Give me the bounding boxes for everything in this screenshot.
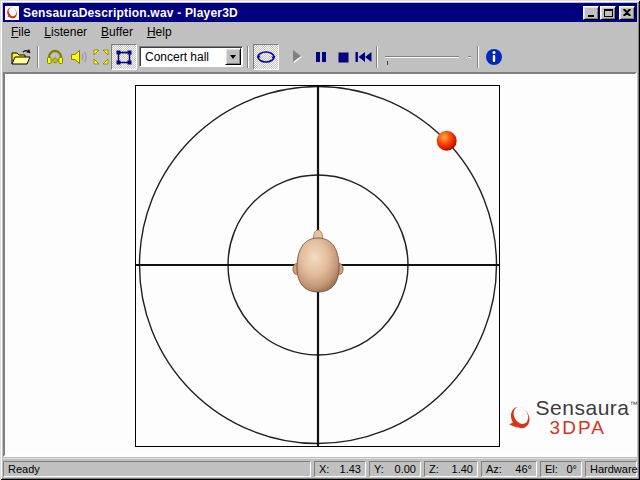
menu-item-listener[interactable]: Listener xyxy=(37,23,94,41)
menu-item-help[interactable]: Help xyxy=(140,23,179,41)
orbit-icon xyxy=(256,49,276,65)
environment-select[interactable]: Concert hall xyxy=(139,46,243,67)
room-bounds-icon xyxy=(115,48,133,66)
rewind-icon xyxy=(355,51,372,63)
brand-name: Sensaura xyxy=(536,396,630,419)
toolbar-separator xyxy=(247,46,249,68)
headphones-icon xyxy=(46,49,64,65)
orbit-button[interactable] xyxy=(253,44,279,70)
minimize-button[interactable] xyxy=(583,6,599,20)
product-text: 3DPA xyxy=(550,418,638,437)
environment-value: Concert hall xyxy=(140,50,225,64)
brand-text: Sensaura™ xyxy=(536,397,638,418)
scene-graphics xyxy=(136,86,499,446)
toolbar-separator xyxy=(376,46,378,68)
sensaura-app-icon xyxy=(5,6,19,20)
scene-client-area: Sensaura™ 3DPA xyxy=(3,72,637,457)
sensaura-logo: Sensaura™ 3DPA xyxy=(508,388,638,446)
toolbar-separator xyxy=(37,46,39,68)
slider-thumb[interactable] xyxy=(459,48,468,63)
menu-item-file[interactable]: File xyxy=(4,23,37,41)
room-bounds-button[interactable] xyxy=(111,44,137,70)
headphones-button[interactable] xyxy=(43,45,67,69)
pause-button[interactable] xyxy=(309,45,333,69)
pause-icon xyxy=(315,51,327,63)
speaker-button[interactable] xyxy=(67,45,91,69)
environment-dropdown-button[interactable] xyxy=(225,48,241,65)
scene-canvas[interactable] xyxy=(135,85,500,447)
play-icon xyxy=(291,50,303,64)
minimize-icon xyxy=(588,15,594,17)
stop-icon xyxy=(338,52,349,63)
status-azimuth: Az:46° xyxy=(481,461,537,477)
close-button[interactable] xyxy=(619,6,635,20)
sound-source[interactable] xyxy=(437,131,457,151)
speaker-icon xyxy=(70,49,88,65)
close-icon xyxy=(623,9,631,16)
window-title: SensauraDescription.wav - Player3D xyxy=(23,6,582,20)
sensaura-swoosh-icon xyxy=(6,7,18,19)
listener-head xyxy=(293,230,343,292)
slider-tick xyxy=(387,61,388,65)
menu-item-buffer[interactable]: Buffer xyxy=(94,23,140,41)
info-button[interactable] xyxy=(482,45,506,69)
open-folder-icon xyxy=(11,48,31,66)
chevron-down-icon xyxy=(230,55,236,62)
status-message-text: Ready xyxy=(8,463,40,475)
menu-bar: File Listener Buffer Help xyxy=(4,23,636,41)
toolbar-separator xyxy=(477,46,479,68)
player3d-window: SensauraDescription.wav - Player3D File … xyxy=(0,0,640,480)
play-button[interactable] xyxy=(285,45,309,69)
slider-track[interactable] xyxy=(385,56,471,58)
window-titlebar: SensauraDescription.wav - Player3D xyxy=(3,3,637,22)
open-file-button[interactable] xyxy=(9,45,33,69)
status-mode: Hardware xyxy=(585,461,637,477)
toolbar: Concert hall xyxy=(3,42,637,72)
expand-arrows-icon xyxy=(92,48,110,66)
status-x: X:1.43 xyxy=(314,461,366,477)
rewind-button[interactable] xyxy=(351,45,375,69)
trademark-mark: ™ xyxy=(630,400,639,409)
status-message: Ready xyxy=(3,461,311,477)
status-y: Y:0.00 xyxy=(369,461,421,477)
status-elevation: El:0° xyxy=(540,461,582,477)
sensaura-swoosh-icon xyxy=(508,392,534,442)
status-z: Z:1.40 xyxy=(424,461,478,477)
maximize-button[interactable] xyxy=(600,6,616,20)
info-icon xyxy=(485,48,503,66)
status-bar: Ready X:1.43 Y:0.00 Z:1.40 Az:46° El:0° … xyxy=(3,458,637,477)
volume-slider[interactable] xyxy=(383,47,473,67)
expand-button[interactable] xyxy=(89,45,113,69)
maximize-icon xyxy=(604,9,613,17)
